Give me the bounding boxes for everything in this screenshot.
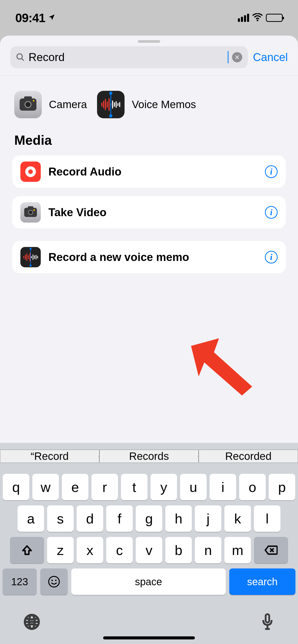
svg-point-9 [51, 580, 53, 581]
key-s[interactable]: s [47, 505, 74, 532]
status-time: 09:41 [15, 11, 45, 25]
key-v[interactable]: v [136, 537, 162, 563]
prediction-1[interactable]: Record [0, 450, 99, 463]
section-header-media: Media [0, 133, 298, 155]
action-record-voice-memo[interactable]: Record a new voice memo i [12, 241, 286, 273]
keyboard: Record Records Recorded q w e r t y u i … [0, 443, 298, 644]
key-r[interactable]: r [91, 474, 118, 500]
key-c[interactable]: c [106, 537, 133, 563]
key-row-4: 123 space search [3, 568, 295, 595]
record-audio-icon [20, 162, 41, 182]
globe-icon [23, 613, 40, 630]
voice-memos-app-icon [97, 91, 125, 118]
svg-line-2 [22, 58, 24, 61]
keyboard-predictions: Record Records Recorded [0, 443, 298, 470]
wifi-icon [252, 13, 263, 22]
key-j[interactable]: j [195, 505, 221, 532]
key-u[interactable]: u [180, 474, 207, 500]
key-g[interactable]: g [136, 505, 162, 532]
key-t[interactable]: t [121, 474, 147, 500]
key-f[interactable]: f [106, 505, 133, 532]
keyboard-bottom-row [0, 600, 298, 636]
key-shift[interactable] [10, 537, 44, 563]
clear-search-button[interactable] [232, 52, 242, 62]
key-x[interactable]: x [77, 537, 103, 563]
key-z[interactable]: z [47, 537, 74, 563]
top-result-label: Camera [49, 98, 87, 111]
emoji-icon [48, 575, 60, 588]
text-caret [228, 51, 228, 63]
search-field[interactable]: Record [10, 46, 248, 68]
shift-icon [21, 545, 33, 556]
key-emoji[interactable] [40, 568, 68, 595]
svg-point-8 [49, 576, 59, 587]
actions-secondary: Record a new voice memo i [0, 241, 298, 273]
search-row: Record Cancel [0, 46, 298, 76]
x-icon [235, 55, 240, 60]
info-button[interactable]: i [265, 251, 278, 264]
info-button[interactable]: i [265, 165, 278, 178]
action-take-video[interactable]: Take Video i [12, 196, 286, 229]
key-h[interactable]: h [165, 505, 192, 532]
action-label: Record Audio [48, 165, 257, 178]
battery-icon [266, 14, 283, 22]
home-indicator[interactable] [103, 636, 195, 639]
key-a[interactable]: a [18, 505, 44, 532]
svg-point-0 [257, 20, 258, 21]
info-button[interactable]: i [265, 206, 278, 219]
key-k[interactable]: k [224, 505, 251, 532]
search-sheet: Record Cancel Camera Voice Memos [0, 36, 298, 644]
cellular-signal-icon [238, 14, 249, 22]
annotation-arrow-icon [188, 336, 260, 398]
key-space[interactable]: space [71, 568, 226, 595]
top-result-label: Voice Memos [132, 98, 196, 111]
key-123[interactable]: 123 [3, 568, 37, 595]
svg-marker-5 [191, 338, 252, 396]
status-bar: 09:41 [0, 0, 298, 36]
key-globe[interactable] [23, 613, 40, 631]
svg-point-1 [17, 54, 22, 59]
key-row-3: z x c v b n m [3, 537, 295, 563]
top-result-camera[interactable]: Camera [14, 91, 87, 118]
actions-primary: Record Audio i Take Video i [0, 155, 298, 229]
key-e[interactable]: e [62, 474, 88, 500]
search-input-value[interactable]: Record [29, 51, 227, 64]
top-results: Camera Voice Memos [0, 76, 298, 133]
top-result-voice-memos[interactable]: Voice Memos [97, 91, 196, 118]
key-o[interactable]: o [239, 474, 266, 500]
action-record-audio[interactable]: Record Audio i [12, 155, 286, 188]
svg-point-10 [55, 580, 57, 581]
microphone-icon [260, 613, 275, 631]
key-search[interactable]: search [229, 568, 295, 595]
svg-rect-14 [266, 614, 269, 623]
key-w[interactable]: w [32, 474, 59, 500]
action-label: Record a new voice memo [48, 251, 257, 264]
key-q[interactable]: q [3, 474, 29, 500]
key-row-1: q w e r t y u i o p [3, 474, 295, 500]
key-l[interactable]: l [254, 505, 280, 532]
camera-icon [20, 202, 41, 223]
key-i[interactable]: i [210, 474, 236, 500]
key-d[interactable]: d [77, 505, 103, 532]
search-icon [16, 53, 25, 62]
backspace-icon [264, 545, 278, 555]
key-row-2: a s d f g h j k l [3, 505, 295, 532]
sheet-grabber[interactable] [138, 40, 160, 43]
camera-app-icon [14, 91, 42, 118]
key-backspace[interactable] [254, 537, 288, 563]
action-label: Take Video [48, 206, 257, 219]
key-n[interactable]: n [195, 537, 221, 563]
key-p[interactable]: p [269, 474, 295, 500]
key-dictation[interactable] [260, 613, 275, 632]
key-b[interactable]: b [165, 537, 192, 563]
prediction-2[interactable]: Records [99, 450, 199, 463]
key-y[interactable]: y [151, 474, 177, 500]
prediction-3[interactable]: Recorded [199, 450, 298, 463]
cancel-button[interactable]: Cancel [253, 51, 288, 64]
location-arrow-icon [48, 13, 56, 22]
voice-memos-icon [20, 247, 41, 267]
key-m[interactable]: m [224, 537, 251, 563]
